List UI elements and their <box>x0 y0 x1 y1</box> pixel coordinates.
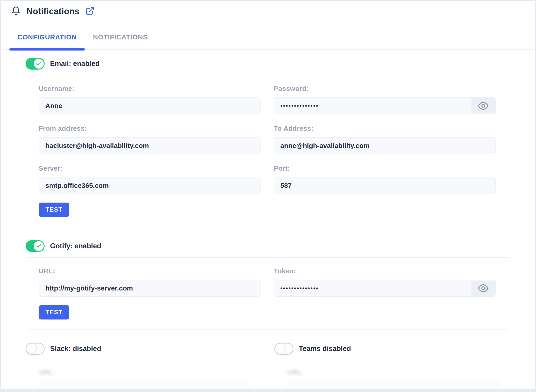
tab-bar: CONFIGURATION NOTIFICATIONS <box>1 23 535 50</box>
email-test-button[interactable]: TEST <box>39 203 69 217</box>
port-field: Port: <box>274 163 496 194</box>
slack-url-field: URL: <box>39 369 250 389</box>
page-title: Notifications <box>27 7 79 16</box>
teams-card: URL: TEST <box>274 360 510 389</box>
bell-icon <box>11 6 21 17</box>
gotify-section: Gotify: enabled URL: Token: <box>26 240 510 330</box>
username-field: Username: <box>39 83 261 114</box>
slack-toggle-row: Slack: disabled <box>26 343 262 355</box>
teams-section: Teams disabled URL: TEST <box>274 343 510 389</box>
port-label: Port: <box>274 164 496 172</box>
email-toggle[interactable] <box>26 58 45 70</box>
gotify-toggle-knob <box>34 241 44 251</box>
to-address-input[interactable] <box>274 137 496 154</box>
password-eye-button[interactable] <box>471 98 495 113</box>
gotify-test-button[interactable]: TEST <box>39 305 69 319</box>
header: Notifications <box>1 1 535 23</box>
server-label: Server: <box>39 164 261 172</box>
eye-icon <box>478 283 488 294</box>
gotify-token-field: Token: <box>274 266 496 297</box>
gotify-token-label: Token: <box>274 267 496 275</box>
port-input[interactable] <box>274 177 496 194</box>
teams-toggle-row: Teams disabled <box>274 343 510 355</box>
teams-url-input <box>287 381 499 389</box>
teams-url-field: URL: <box>287 369 499 389</box>
slack-card: URL: TEST <box>26 360 262 389</box>
notifications-panel: Notifications CONFIGURATION NOTIFICATION… <box>0 0 536 389</box>
slack-toggle-knob <box>27 344 36 354</box>
gotify-toggle-label: Gotify: enabled <box>50 242 101 250</box>
slack-url-label: URL: <box>39 369 250 376</box>
password-input[interactable] <box>274 98 496 114</box>
gotify-token-eye-button[interactable] <box>471 280 495 296</box>
eye-icon <box>478 101 488 111</box>
gotify-token-input[interactable] <box>274 280 496 297</box>
email-section: Email: enabled Username: Password: <box>26 58 510 227</box>
email-toggle-label: Email: enabled <box>50 60 100 68</box>
gotify-toggle[interactable] <box>26 240 45 252</box>
gotify-card: URL: Token: <box>26 257 510 330</box>
check-icon <box>36 61 42 67</box>
gotify-url-input[interactable] <box>39 280 261 297</box>
slack-toggle-label: Slack: disabled <box>50 345 101 353</box>
disabled-integrations-row: Slack: disabled URL: TEST <box>26 343 510 389</box>
email-toggle-knob <box>34 59 44 69</box>
server-field: Server: <box>39 163 261 194</box>
external-link-icon[interactable] <box>85 6 94 16</box>
gotify-toggle-row: Gotify: enabled <box>26 240 510 252</box>
check-icon <box>36 243 42 249</box>
password-label: Password: <box>274 85 496 93</box>
tab-notifications[interactable]: NOTIFICATIONS <box>85 23 156 49</box>
teams-url-label: URL: <box>287 369 499 376</box>
configuration-content: Email: enabled Username: Password: <box>1 50 535 389</box>
gotify-url-field: URL: <box>39 266 261 297</box>
to-address-field: To Address: <box>274 123 496 154</box>
teams-toggle-label: Teams disabled <box>299 345 351 353</box>
email-toggle-row: Email: enabled <box>26 58 510 70</box>
slack-section: Slack: disabled URL: TEST <box>26 343 262 389</box>
slack-toggle[interactable] <box>26 343 45 355</box>
from-address-field: From address: <box>39 123 261 154</box>
teams-toggle[interactable] <box>274 343 293 355</box>
email-card: Username: Password: <box>26 75 510 227</box>
to-address-label: To Address: <box>274 125 496 132</box>
slack-url-input <box>39 381 250 389</box>
tab-configuration[interactable]: CONFIGURATION <box>9 23 85 49</box>
username-label: Username: <box>39 85 261 93</box>
username-input[interactable] <box>39 98 261 114</box>
server-input[interactable] <box>39 177 261 194</box>
password-field: Password: <box>274 83 496 114</box>
teams-toggle-knob <box>276 344 285 354</box>
from-address-label: From address: <box>39 125 261 132</box>
gotify-url-label: URL: <box>39 267 261 275</box>
from-address-input[interactable] <box>39 137 261 154</box>
